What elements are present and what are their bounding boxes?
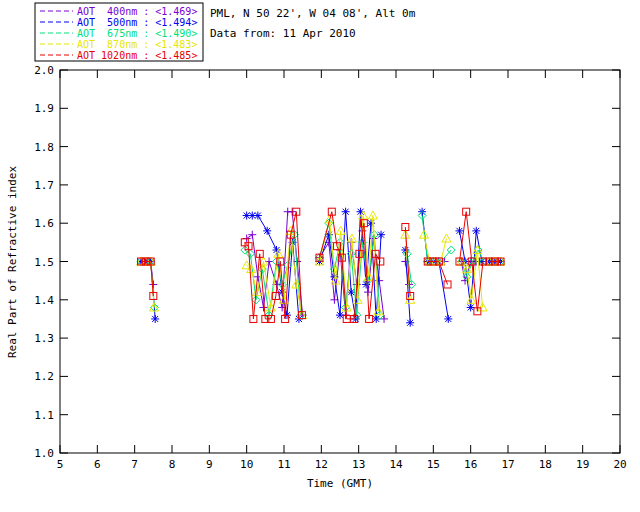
y-ticks: 1.01.11.21.31.41.51.61.71.81.92.0 xyxy=(34,64,620,460)
y-tick-label: 1.8 xyxy=(34,141,54,154)
legend-label: AOT 500nm : <1.494> xyxy=(77,17,197,28)
series-aot-870nm xyxy=(137,211,506,319)
y-tick-label: 1.0 xyxy=(34,447,54,460)
y-tick-label: 1.1 xyxy=(34,409,54,422)
x-tick-label: 13 xyxy=(352,458,365,471)
x-tick-label: 11 xyxy=(277,458,290,471)
x-tick-label: 15 xyxy=(427,458,440,471)
y-tick-label: 1.9 xyxy=(34,102,54,115)
y-tick-label: 1.3 xyxy=(34,332,54,345)
legend-label: AOT 400nm : <1.469> xyxy=(77,6,197,17)
y-axis-label: Real Part of Refractive index xyxy=(6,166,19,358)
x-tick-label: 20 xyxy=(613,458,626,471)
x-tick-label: 7 xyxy=(131,458,138,471)
y-tick-label: 1.7 xyxy=(34,179,54,192)
x-tick-label: 10 xyxy=(240,458,253,471)
refractive-index-plot: PML, N 50 22', W 04 08', Alt 0m Data fro… xyxy=(0,0,640,512)
plot-layer: 5678910111213141516171819201.01.11.21.31… xyxy=(34,3,627,471)
series-aot-500nm xyxy=(137,208,505,327)
x-tick-label: 18 xyxy=(539,458,552,471)
chart-svg: PML, N 50 22', W 04 08', Alt 0m Data fro… xyxy=(0,0,640,512)
legend-label: AOT 675nm : <1.490> xyxy=(77,28,197,39)
y-tick-label: 1.2 xyxy=(34,370,54,383)
legend-label: AOT 870nm : <1.483> xyxy=(77,39,197,50)
x-tick-label: 8 xyxy=(169,458,176,471)
x-tick-label: 9 xyxy=(206,458,213,471)
x-tick-label: 5 xyxy=(57,458,64,471)
y-tick-label: 1.6 xyxy=(34,217,54,230)
x-tick-label: 12 xyxy=(315,458,328,471)
x-tick-label: 16 xyxy=(464,458,477,471)
x-tick-label: 17 xyxy=(501,458,514,471)
header-location-text: PML, N 50 22', W 04 08', Alt 0m xyxy=(210,7,416,20)
y-tick-label: 2.0 xyxy=(34,64,54,77)
y-tick-label: 1.5 xyxy=(34,256,54,269)
x-axis-label: Time (GMT) xyxy=(307,477,373,490)
x-tick-label: 14 xyxy=(389,458,403,471)
legend: AOT 400nm : <1.469>AOT 500nm : <1.494>AO… xyxy=(35,3,203,61)
x-tick-label: 19 xyxy=(576,458,589,471)
header-date-text: Data from: 11 Apr 2010 xyxy=(210,27,356,40)
legend-label: AOT 1020nm : <1.485> xyxy=(77,50,197,61)
x-tick-label: 6 xyxy=(94,458,101,471)
y-tick-label: 1.4 xyxy=(34,294,54,307)
